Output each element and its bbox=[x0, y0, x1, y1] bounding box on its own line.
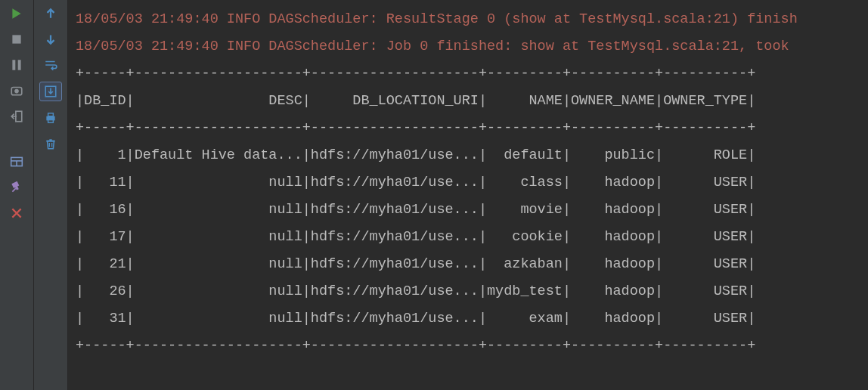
svg-rect-1 bbox=[12, 60, 15, 70]
run-icon bbox=[10, 7, 23, 20]
exit-icon bbox=[10, 110, 23, 123]
svg-rect-13 bbox=[48, 119, 54, 122]
arrow-down-icon bbox=[44, 32, 57, 46]
svg-rect-12 bbox=[48, 113, 54, 116]
pin-button[interactable] bbox=[6, 178, 27, 197]
arrow-up-icon bbox=[44, 7, 57, 20]
print-icon bbox=[44, 111, 57, 125]
close-icon bbox=[10, 206, 23, 220]
pause-button[interactable] bbox=[6, 56, 27, 74]
stop-button[interactable] bbox=[6, 30, 27, 48]
console-text: 18/05/03 21:49:40 INFO DAGScheduler: Res… bbox=[76, 6, 868, 360]
dump-button[interactable] bbox=[6, 82, 27, 100]
print-button[interactable] bbox=[40, 109, 61, 127]
exit-button[interactable] bbox=[6, 107, 27, 125]
svg-line-9 bbox=[12, 188, 16, 192]
close-button[interactable] bbox=[6, 204, 27, 222]
tool-gutter-left bbox=[0, 0, 34, 390]
trash-button[interactable] bbox=[40, 135, 61, 153]
soft-wrap-icon bbox=[44, 58, 57, 72]
tool-gutter-right bbox=[34, 0, 68, 390]
dump-icon bbox=[10, 84, 23, 98]
svg-rect-0 bbox=[12, 35, 20, 43]
pin-icon bbox=[10, 181, 23, 194]
console-output: 18/05/03 21:49:40 INFO DAGScheduler: Res… bbox=[68, 0, 868, 390]
soft-wrap-button[interactable] bbox=[40, 56, 61, 74]
run-button[interactable] bbox=[6, 5, 27, 23]
arrow-up-button[interactable] bbox=[40, 5, 61, 23]
svg-point-4 bbox=[14, 89, 19, 94]
layout-button[interactable] bbox=[6, 153, 27, 171]
arrow-down-button[interactable] bbox=[40, 30, 61, 48]
svg-rect-5 bbox=[16, 111, 22, 122]
layout-icon bbox=[10, 155, 23, 169]
stop-icon bbox=[10, 32, 23, 46]
svg-rect-2 bbox=[18, 60, 21, 70]
trash-icon bbox=[44, 137, 57, 150]
scroll-to-end-button[interactable] bbox=[39, 82, 62, 101]
scroll-to-end-icon bbox=[44, 85, 57, 98]
pause-icon bbox=[10, 58, 23, 72]
